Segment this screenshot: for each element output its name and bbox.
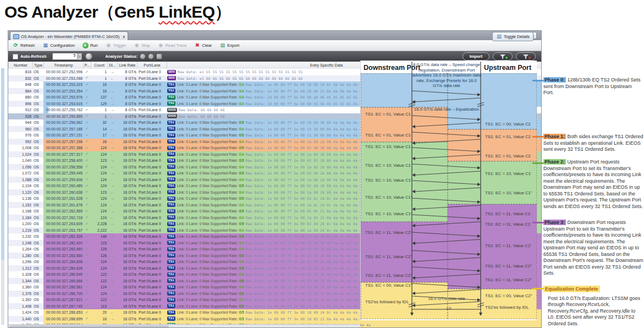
tab-os-analyzer[interactable]: OS Analyzer - sin Waverider (PM8659 RTM-…	[10, 31, 128, 41]
refresh-button[interactable]: ⟳Refresh	[13, 42, 35, 48]
upstream-label: TS1: EC = 01, Value C2	[485, 134, 531, 139]
vertical-scrollbar[interactable]	[1, 68, 4, 325]
cell-count: 16	[91, 88, 107, 95]
cell-type: OS	[34, 81, 43, 88]
filter-include-button[interactable]	[493, 52, 513, 61]
valid-check-icon: ✓	[84, 101, 90, 107]
valid-check-icon: ✓	[84, 107, 90, 113]
valid-check-icon: ✓	[84, 297, 90, 303]
cell-count: 122	[91, 297, 107, 303]
cell-number: 992	[10, 139, 31, 145]
valid-check-icon: ✓	[84, 139, 90, 145]
cell-link-rate: 8 GT/s	[118, 107, 136, 113]
auto-refresh-checkbox[interactable]	[13, 54, 18, 59]
trigger-button[interactable]: ◉Trigger	[106, 42, 126, 48]
valid-check-icon: ✓	[84, 291, 90, 297]
column-header-di[interactable]: Di...	[107, 62, 117, 69]
entry-prefix: Link: 0 Lane: 0 Max Supported Rate:	[177, 89, 238, 93]
cell-timestamp: 00:00:00.327,257,298	[49, 139, 82, 145]
cell-type: OS	[34, 309, 43, 316]
cell-number: 816	[10, 69, 31, 75]
column-header-timestamp[interactable]: Timestamp	[43, 62, 83, 69]
scrollbar-thumb[interactable]	[9, 325, 169, 328]
export-button[interactable]: ▤Export	[219, 42, 239, 48]
direction-left-icon: ←	[108, 259, 117, 265]
cell-link-rate: 16 GT/s	[118, 227, 136, 234]
entry-raw-data: Raw Data: 2d 00 00 ff 9e 00 00 a0 45 45 …	[245, 95, 371, 99]
page-title-paren: （Gen5	[98, 3, 158, 21]
direction-left-icon: ←	[108, 202, 117, 209]
entry-raw-data: Raw Data: 1e 00 00 ff 1e 00 19 30 00 06 …	[245, 127, 371, 131]
import-button[interactable]: Import	[463, 52, 489, 61]
refresh-now-button[interactable]	[85, 53, 92, 60]
refresh-interval-value: 5	[74, 53, 76, 57]
close-tab-icon[interactable]: x	[123, 35, 125, 39]
direction-right-icon: →	[108, 119, 117, 126]
horizontal-scrollbar[interactable]	[8, 324, 360, 328]
direction-right-icon: →	[108, 157, 117, 164]
callout-connector	[532, 162, 543, 164]
cell-type: OS	[34, 284, 43, 291]
cell-port-lane: Port 0/Lane 0	[139, 107, 166, 113]
spinner-down-icon[interactable]: ▼	[77, 57, 81, 60]
valid-check-icon: ✓	[84, 69, 90, 75]
clear-button[interactable]: ✖Clear	[194, 42, 212, 48]
upstream-label: TS1: EC = 00, Value C2"	[485, 293, 532, 298]
generation-badge: G5	[239, 304, 244, 308]
direction-right-icon: →	[108, 265, 117, 272]
filter-exclude-button[interactable]	[516, 52, 536, 61]
cell-timestamp: 00:00:00.327,285,549	[49, 271, 82, 278]
cell-type: OS	[34, 246, 43, 253]
cell-port-lane: Port 0/Lane 0	[139, 221, 166, 227]
generation-badge: G4	[239, 165, 244, 169]
valid-check-icon: ✓	[84, 309, 90, 316]
cell-number: 960	[10, 126, 31, 133]
cell-number: 1,344	[10, 278, 31, 285]
direction-right-icon: →	[108, 88, 117, 95]
generation-badge: G4	[239, 95, 244, 99]
phase-callout-label: Phase 3:	[543, 220, 566, 225]
column-header-port-lane[interactable]: Port/Lane	[137, 62, 167, 69]
entry-raw-data: Raw Data: 1e 00 00 ff 3e 00 23 06 24 86 …	[245, 292, 371, 296]
column-header-type[interactable]: Type	[32, 62, 43, 69]
stop-button[interactable]: ◉Stop	[134, 42, 150, 48]
cell-timestamp: 00:00:00.327,284,628	[49, 265, 82, 272]
direction-left-icon: ←	[108, 75, 117, 82]
cell-number: 1,280	[10, 253, 31, 259]
cell-type: OS	[34, 164, 43, 171]
os-type-badge: TS1	[167, 298, 175, 302]
configuration-button[interactable]: ▦Configuration	[42, 42, 75, 48]
entry-raw-data: Raw Data: 1e 00 00 ff 9e 00 18 00 24 0c …	[245, 83, 371, 86]
column-header-number[interactable]: Number	[8, 62, 32, 69]
cell-port-lane: Port 0/Lane 0	[139, 170, 166, 177]
cell-type: OS	[34, 316, 43, 322]
cell-link-rate: 16 GT/s	[118, 297, 136, 303]
interval-spinner[interactable]: ▲▼	[77, 53, 81, 59]
cell-number: 1,104	[10, 183, 31, 189]
generation-badge: G4	[239, 89, 244, 93]
toggle-details-button[interactable]: ▤ Toggle Details	[492, 32, 533, 41]
os-type-badge: TS1	[167, 222, 175, 226]
direction-left-icon: ←	[108, 271, 117, 278]
column-header-p[interactable]: P...	[83, 62, 91, 69]
direction-left-icon: ←	[108, 284, 117, 291]
entry-raw-data: Raw Data: e1 55 55 55 55 55 55 55 55 55 …	[178, 70, 303, 74]
refresh-interval-input[interactable]: 5 ▲▼	[52, 53, 82, 60]
os-type-badge: TS1	[167, 127, 175, 131]
valid-check-icon: ✓	[84, 94, 90, 101]
downstream-label: TS1: EC = 10, Value C1"	[365, 211, 412, 216]
entry-raw-data: Raw Data: 1e 00 00 ff 1e 00 1a 05 21 8a …	[245, 216, 371, 220]
column-header-count[interactable]: Count	[91, 62, 107, 69]
valid-check-icon: ✓	[84, 208, 90, 215]
direction-right-icon: →	[108, 208, 117, 215]
column-header-link-rate[interactable]: Link Rate	[117, 62, 137, 69]
cell-number: 1,072	[10, 170, 31, 177]
entry-raw-data: Raw Data: 1e 00 00 ff 3e 00 02 08 28 80 …	[245, 184, 371, 188]
entry-prefix: Link: 0 Lane: 0 Max Supported Rate:	[177, 254, 238, 258]
cell-count: 17	[91, 132, 107, 139]
cell-port-lane: Port 0/Lane 0	[139, 316, 166, 322]
cell-port-lane: Port 0/Lane 0	[139, 132, 166, 139]
read-trace-button[interactable]: ◉Read Trace	[158, 42, 187, 48]
run-button[interactable]: ▶Run	[82, 42, 98, 48]
cell-timestamp: 00:00:00.327,261,678	[49, 202, 82, 209]
